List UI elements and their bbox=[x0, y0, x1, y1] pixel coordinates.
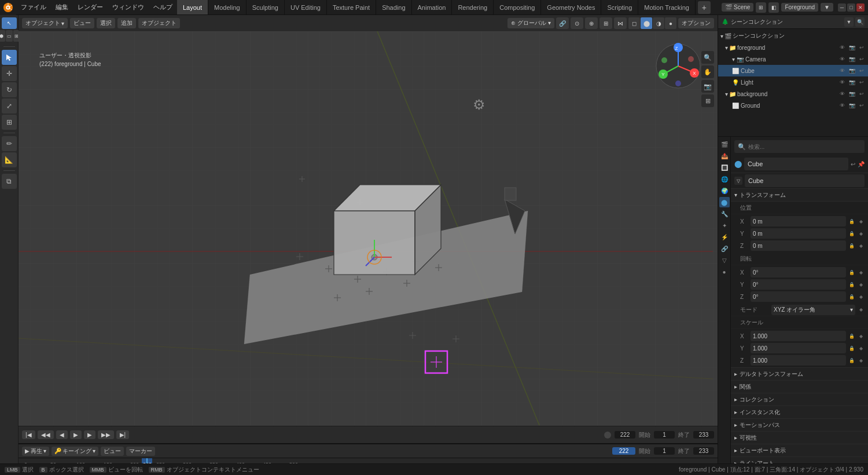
mode-dot[interactable]: ◆ bbox=[858, 306, 865, 313]
transform-tool-btn[interactable]: ⊞ bbox=[2, 115, 17, 130]
icon-btn-2[interactable]: ◧ bbox=[768, 2, 779, 13]
outliner-light-item[interactable]: 💡 Light 👁 📷 ↩ bbox=[718, 76, 868, 88]
outliner-foreground-collection[interactable]: ▾ 📁 foreground 👁 📷 ↩ bbox=[718, 42, 868, 53]
props-data-icon[interactable]: ▽ bbox=[719, 255, 730, 265]
pos-x-value[interactable]: 0 m bbox=[751, 216, 846, 226]
outliner-search-btn[interactable]: 🔍 bbox=[855, 17, 865, 27]
props-scene-icon[interactable]: 🌐 bbox=[719, 174, 730, 184]
scale-z-lock-icon[interactable]: 🔒 bbox=[848, 357, 855, 364]
props-view-layer-icon[interactable]: 🔳 bbox=[719, 162, 730, 173]
pos-z-keyframe-icon[interactable]: ◆ bbox=[858, 242, 865, 249]
menu-render[interactable]: レンダー bbox=[73, 0, 108, 14]
tab-geometry-nodes[interactable]: Geometry Nodes bbox=[541, 0, 601, 14]
frame-next-key-btn[interactable]: ▶ bbox=[84, 430, 95, 439]
cube-select-toggle[interactable]: ↩ bbox=[858, 67, 866, 75]
outliner-ground-item[interactable]: ⬜ Ground 👁 📷 ↩ bbox=[718, 100, 868, 111]
props-object-icon[interactable]: ⬤ bbox=[719, 197, 730, 207]
tab-modeling[interactable]: Modeling bbox=[208, 0, 247, 14]
transform-section-header[interactable]: ▾ トランスフォーム bbox=[731, 189, 868, 202]
relations-section[interactable]: ▸ 関係 bbox=[731, 381, 868, 393]
tl-start-frame[interactable]: 1 bbox=[654, 447, 675, 455]
frame-next-btn[interactable]: ▶▶ bbox=[98, 430, 114, 439]
motion-path-section[interactable]: ▸ モーションパス bbox=[731, 419, 868, 432]
props-name-link-icon[interactable]: ↩ bbox=[851, 161, 855, 167]
show-gizmo-toggle[interactable]: ⊕ bbox=[585, 17, 598, 29]
select-menu-btn[interactable]: 選択 bbox=[97, 18, 115, 28]
cube-visibility-toggle[interactable]: 👁 bbox=[838, 67, 846, 75]
end-frame-display[interactable]: 233 bbox=[693, 431, 714, 439]
pos-z-lock-icon[interactable]: 🔒 bbox=[848, 242, 855, 249]
light-select-toggle[interactable]: ↩ bbox=[858, 78, 866, 86]
current-frame-display[interactable]: 222 bbox=[615, 431, 635, 439]
pos-x-lock-icon[interactable]: 🔒 bbox=[848, 218, 855, 225]
tab-compositing[interactable]: Compositing bbox=[494, 0, 541, 14]
props-physics-icon[interactable]: ⚡ bbox=[719, 232, 730, 242]
tab-rendering[interactable]: Rendering bbox=[452, 0, 494, 14]
tab-animation[interactable]: Animation bbox=[412, 0, 453, 14]
hand-tool-icon[interactable]: ✋ bbox=[701, 65, 714, 78]
outliner-camera-item[interactable]: ▾ 📷 Camera 👁 📷 ↩ bbox=[718, 53, 868, 65]
props-search-input[interactable] bbox=[748, 144, 861, 150]
visibility-section[interactable]: ▸ 可視性 bbox=[731, 432, 868, 444]
timeline-current-frame[interactable]: 222 bbox=[612, 447, 635, 455]
props-constraints-icon[interactable]: 🔗 bbox=[719, 243, 730, 254]
bg-select-toggle[interactable]: ↩ bbox=[858, 90, 866, 98]
xray-toggle[interactable]: ⋈ bbox=[614, 17, 627, 29]
pos-y-value[interactable]: 0 m bbox=[751, 228, 846, 239]
keying-btn[interactable]: 🔑 キーイング ▾ bbox=[52, 447, 98, 456]
props-output-icon[interactable]: 📤 bbox=[719, 151, 730, 161]
menu-file[interactable]: ファイル bbox=[16, 0, 51, 14]
tl-end-frame[interactable]: 233 bbox=[693, 447, 714, 455]
tab-sculpting[interactable]: Sculpting bbox=[247, 0, 285, 14]
rot-z-value[interactable]: 0° bbox=[751, 291, 846, 302]
props-particles-icon[interactable]: ✦ bbox=[719, 220, 730, 231]
fg-select-toggle[interactable]: ↩ bbox=[858, 43, 866, 52]
rot-y-value[interactable]: 0° bbox=[751, 279, 846, 290]
start-frame-display[interactable]: 1 bbox=[654, 431, 675, 439]
measure-tool-btn[interactable]: 📐 bbox=[2, 152, 17, 167]
menu-window[interactable]: ウィンドウ bbox=[108, 0, 149, 14]
keyframe-dot[interactable] bbox=[604, 432, 611, 439]
ground-visibility-toggle[interactable]: 👁 bbox=[838, 101, 846, 109]
cam-visibility-toggle[interactable]: 👁 bbox=[838, 55, 846, 63]
bg-visibility-toggle[interactable]: 👁 bbox=[838, 90, 846, 98]
menu-help[interactable]: ヘルプ bbox=[149, 0, 177, 14]
outliner-cube-item[interactable]: ⬜ Cube 👁 📷 ↩ bbox=[718, 65, 868, 76]
mode-icon-2[interactable]: ⬢ bbox=[0, 30, 5, 42]
cube-render-toggle[interactable]: 📷 bbox=[848, 67, 856, 75]
frame-end-btn[interactable]: ▶| bbox=[116, 430, 130, 439]
cam-render-toggle[interactable]: 📷 bbox=[848, 55, 856, 63]
delta-transform-section[interactable]: ▸ デルタトランスフォーム bbox=[731, 368, 868, 381]
tab-uv-editing[interactable]: UV Editing bbox=[285, 0, 327, 14]
props-world-icon[interactable]: 🌍 bbox=[719, 185, 730, 196]
proportional-edit-toggle[interactable]: ⊙ bbox=[571, 17, 583, 29]
viewport-canvas[interactable]: Z X Y ⚙ bbox=[19, 31, 718, 426]
fg-render-toggle[interactable]: 📷 bbox=[848, 43, 856, 52]
overlay-toggle[interactable]: ⊞ bbox=[599, 17, 612, 29]
rot-z-keyframe-icon[interactable]: ◆ bbox=[858, 293, 865, 300]
play-pause-btn[interactable]: ▶ bbox=[70, 430, 82, 439]
snap-toggle[interactable]: 🔗 bbox=[556, 17, 569, 29]
outliner-background-collection[interactable]: ▾ 📁 background 👁 📷 ↩ bbox=[718, 88, 868, 100]
outliner-filter-btn[interactable]: ▼ bbox=[844, 17, 854, 27]
instancing-section[interactable]: ▸ インスタンス化 bbox=[731, 406, 868, 419]
scale-y-keyframe-icon[interactable]: ◆ bbox=[858, 345, 865, 352]
frame-start-btn[interactable]: |◀ bbox=[22, 430, 35, 439]
fg-visibility-toggle[interactable]: 👁 bbox=[838, 43, 846, 52]
object-menu-btn[interactable]: オブジェクト bbox=[138, 18, 180, 28]
annotate-tool-btn[interactable]: ✏ bbox=[2, 136, 17, 151]
select-mode-btn[interactable]: ↖ bbox=[2, 17, 17, 29]
pos-z-value[interactable]: 0 m bbox=[751, 240, 846, 251]
tab-motion-tracking[interactable]: Motion Tracking bbox=[638, 0, 696, 14]
props-material-icon[interactable]: ● bbox=[719, 266, 730, 277]
outliner-scene-collection[interactable]: ▾ 🎬 シーンコレクション bbox=[718, 30, 868, 42]
scale-tool-btn[interactable]: ⤢ bbox=[2, 98, 17, 114]
ground-select-toggle[interactable]: ↩ bbox=[858, 101, 866, 109]
pos-y-keyframe-icon[interactable]: ◆ bbox=[858, 230, 865, 237]
marker-btn[interactable]: マーカー bbox=[126, 447, 155, 456]
filter-btn[interactable]: ▼ bbox=[821, 3, 833, 12]
pos-y-lock-icon[interactable]: 🔒 bbox=[848, 230, 855, 237]
props-render-icon[interactable]: 🎬 bbox=[719, 139, 730, 149]
solid-shading-btn[interactable]: ⬤ bbox=[641, 17, 652, 29]
cam-select-toggle[interactable]: ↩ bbox=[858, 55, 866, 63]
